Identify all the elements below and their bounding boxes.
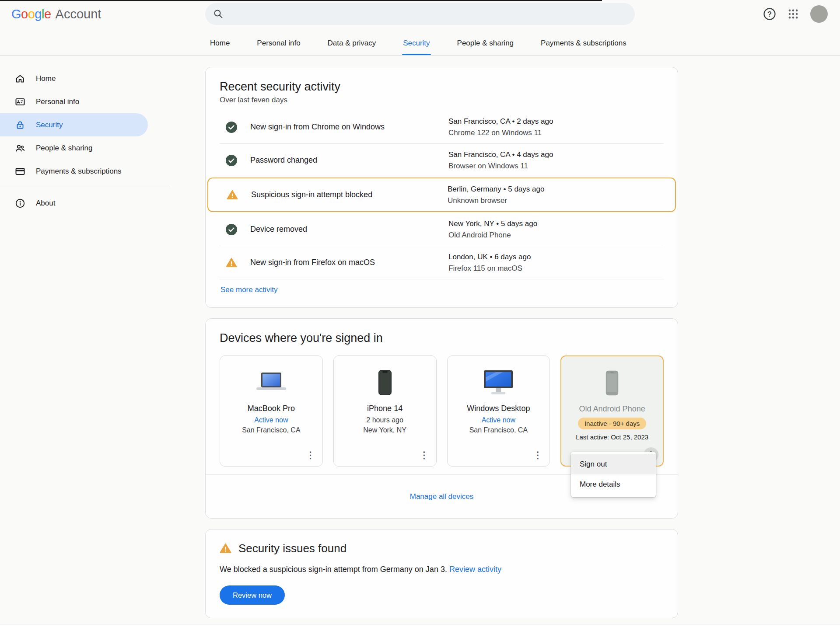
header-actions: ? — [763, 0, 828, 28]
activity-title: Password changed — [250, 156, 448, 165]
manage-all-devices-link[interactable]: Manage all devices — [410, 492, 474, 501]
google-logo: Google — [11, 7, 51, 21]
card-title: Recent security activity — [220, 80, 664, 94]
activity-meta: San Francisco, CA • 2 days ago Chrome 12… — [448, 116, 664, 139]
device-name: Windows Desktop — [467, 404, 530, 413]
activity-meta-primary: New York, NY • 5 days ago — [448, 218, 664, 230]
account-avatar[interactable] — [810, 5, 828, 23]
menu-item-more-details[interactable]: More details — [571, 474, 656, 495]
search-icon — [213, 9, 224, 19]
sidebar-divider — [0, 187, 171, 187]
sidebar-item-personal-info[interactable]: Personal info — [0, 90, 148, 113]
issues-body: We blocked a suspicious sign-in attempt … — [220, 565, 664, 574]
device-card-old-android-phone: Old Android Phone Inactive - 90+ days La… — [560, 355, 664, 467]
activity-meta: New York, NY • 5 days ago Old Android Ph… — [448, 218, 664, 241]
search-bar[interactable] — [205, 3, 635, 25]
inactive-badge: Inactive - 90+ days — [578, 418, 646, 429]
device-status: 2 hours ago — [366, 416, 403, 424]
tab-home[interactable]: Home — [209, 39, 231, 55]
home-icon — [15, 73, 25, 84]
activity-title: New sign-in from Chrome on Windows — [250, 122, 448, 132]
primary-tabbar: Home Personal info Data & privacy Securi… — [0, 28, 840, 56]
card-title: Devices where you're signed in — [220, 331, 664, 345]
help-button[interactable]: ? — [763, 7, 776, 21]
activity-meta-secondary: Chrome 122 on Windows 11 — [448, 127, 664, 139]
activity-row[interactable]: New sign-in from Firefox on macOS London… — [220, 246, 664, 279]
see-more-activity-link[interactable]: See more activity — [220, 286, 277, 294]
lock-icon — [15, 120, 25, 130]
activity-meta-primary: Berlin, Germany • 5 days ago — [448, 184, 663, 195]
sidebar-nav: Home Personal info Security People & sha… — [0, 67, 205, 618]
activity-meta-primary: London, UK • 6 days ago — [448, 251, 664, 263]
issues-body-text: We blocked a suspicious sign-in attempt … — [220, 565, 447, 574]
sidebar-item-home[interactable]: Home — [0, 67, 148, 90]
sidebar-item-label: About — [36, 199, 55, 208]
tab-personal-info[interactable]: Personal info — [256, 39, 301, 55]
google-account-security-page: Google Account ? Home Personal info Data… — [0, 0, 840, 627]
window-bottom-gap — [0, 624, 840, 627]
apps-grid-button[interactable] — [788, 8, 799, 20]
more-options-icon — [533, 450, 542, 460]
sidebar-item-label: Home — [36, 74, 56, 83]
security-issues-card: Security issues found We blocked a suspi… — [205, 529, 678, 618]
sidebar-item-label: Personal info — [36, 98, 79, 106]
activity-meta-secondary: Browser on Windows 11 — [448, 160, 664, 172]
info-icon — [15, 198, 25, 209]
device-options-button[interactable] — [417, 448, 432, 463]
recent-security-activity-card: Recent security activity Over last feven… — [205, 67, 678, 308]
activity-row[interactable]: Password changed San Francisco, CA • 4 d… — [220, 144, 664, 177]
check-circle-icon — [226, 224, 237, 235]
device-last-active: Last active: Oct 25, 2023 — [576, 433, 648, 441]
help-icon: ? — [763, 7, 776, 21]
review-activity-link[interactable]: Review activity — [449, 565, 501, 574]
row-divider — [220, 279, 664, 279]
activity-row[interactable]: New sign-in from Chrome on Windows San F… — [220, 111, 664, 143]
old-smartphone-icon — [606, 369, 619, 397]
device-options-button[interactable] — [530, 448, 545, 463]
tab-payments-subscriptions[interactable]: Payments & subscriptions — [540, 39, 627, 55]
activity-row[interactable]: Suspicious sign-in attempt blocked Berli… — [220, 178, 663, 211]
activity-meta: London, UK • 6 days ago Firefox 115 on m… — [448, 251, 664, 274]
more-options-icon — [420, 450, 429, 460]
search-input[interactable] — [230, 10, 627, 18]
sidebar-item-about[interactable]: About — [0, 192, 148, 215]
menu-item-sign-out[interactable]: Sign out — [571, 454, 656, 474]
device-card-windows-desktop: Windows Desktop Active now San Francisco… — [447, 355, 550, 467]
main-column: Recent security activity Over last feven… — [205, 67, 678, 618]
warning-triangle-icon — [226, 257, 237, 268]
sidebar-item-people-sharing[interactable]: People & sharing — [0, 136, 148, 160]
device-name: Old Android Phone — [579, 404, 645, 414]
sidebar-item-label: Security — [36, 121, 63, 129]
product-name: Account — [56, 7, 102, 21]
activity-meta-primary: San Francisco, CA • 2 days ago — [448, 116, 664, 127]
sidebar-item-security[interactable]: Security — [0, 113, 148, 136]
more-options-icon — [306, 450, 315, 460]
review-now-button[interactable]: Review now — [220, 585, 285, 605]
device-options-button[interactable] — [303, 448, 318, 463]
sidebar-item-label: People & sharing — [36, 144, 92, 153]
device-location: San Francisco, CA — [242, 426, 300, 434]
activity-row[interactable]: Device removed New York, NY • 5 days ago… — [220, 213, 664, 246]
google-account-logo: Google Account — [0, 7, 205, 21]
activity-meta: San Francisco, CA • 4 days ago Browser o… — [448, 149, 664, 172]
smartphone-icon — [378, 369, 392, 396]
activity-meta-secondary: Old Android Phone — [448, 230, 664, 241]
activity-meta: Berlin, Germany • 5 days ago Unknown bro… — [448, 184, 663, 206]
activity-title: Suspicious sign-in attempt blocked — [251, 190, 448, 199]
window-top-edge — [0, 0, 602, 1]
credit-card-icon — [15, 166, 25, 177]
tab-people-sharing[interactable]: People & sharing — [456, 39, 514, 55]
tab-data-privacy[interactable]: Data & privacy — [327, 39, 377, 55]
issues-header: Security issues found — [220, 542, 664, 555]
svg-text:?: ? — [767, 10, 772, 18]
laptop-icon — [254, 369, 289, 396]
suspicious-activity-highlight: Suspicious sign-in attempt blocked Berli… — [207, 178, 676, 212]
sidebar-item-label: Payments & subscriptions — [36, 167, 122, 176]
sidebar-item-payments-subscriptions[interactable]: Payments & subscriptions — [0, 160, 148, 183]
device-status: Active now — [482, 416, 515, 424]
device-location: New York, NY — [363, 426, 406, 434]
tab-security[interactable]: Security — [402, 39, 430, 55]
device-name: iPhone 14 — [367, 404, 402, 413]
device-options-menu: Sign out More details — [571, 452, 656, 497]
apps-grid-icon — [788, 8, 799, 20]
